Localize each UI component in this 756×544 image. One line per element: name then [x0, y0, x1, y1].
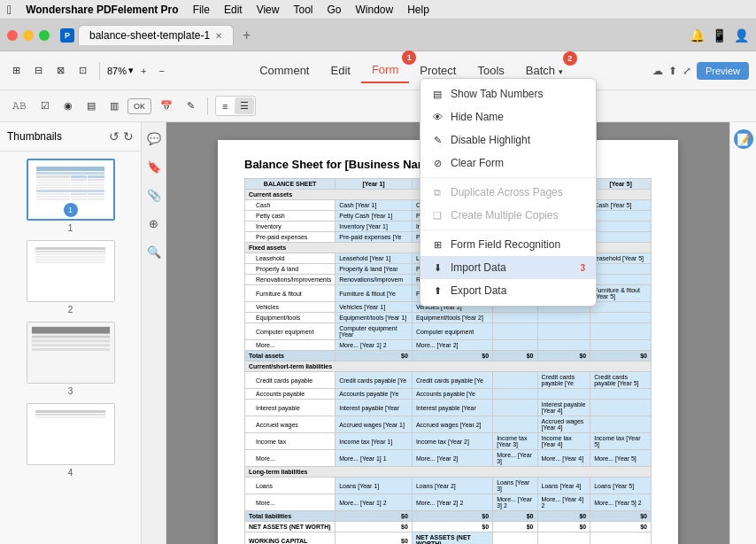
clear-form-label: Clear Form: [451, 157, 504, 169]
menu-disable-highlight[interactable]: ✎ Disable Highlight: [420, 128, 596, 152]
menu-go[interactable]: Go: [327, 4, 341, 16]
sidebar-controls: ↺ ↻: [109, 129, 134, 144]
create-copies-label: Create Multiple Copies: [451, 209, 558, 221]
close-button[interactable]: [7, 30, 18, 41]
notification-icon[interactable]: 🔔: [690, 28, 705, 43]
form-tool-dropdown[interactable]: ▥: [104, 97, 124, 114]
menu-export-data[interactable]: ⬆ Export Data: [420, 279, 596, 302]
new-tab-button[interactable]: +: [237, 26, 256, 45]
zoom-area: 87% ▾ + −: [107, 62, 170, 80]
section-long-term: Long-term liabilities: [245, 467, 652, 478]
col-header-1: [Year 1]: [336, 179, 413, 190]
traffic-lights: [7, 30, 50, 41]
nav-edit[interactable]: Edit: [320, 58, 360, 82]
maximize-button[interactable]: [39, 30, 50, 41]
right-panel-icon[interactable]: 📝: [734, 129, 753, 149]
menu-tool[interactable]: Tool: [293, 4, 312, 16]
total-assets-label: Total assets: [245, 351, 336, 361]
copy-multi-icon: ❑: [431, 209, 444, 221]
working-capital-row: WORKING CAPITAL $0 NET ASSETS (NET WORTH…: [245, 532, 652, 545]
total-liabilities-label: Total liabilities: [245, 511, 336, 522]
zoom-in-btn[interactable]: +: [135, 62, 151, 80]
menu-hide-name[interactable]: 👁 Hide Name: [420, 105, 596, 128]
nav-comment[interactable]: Comment: [249, 58, 320, 82]
thumbnail-page-4[interactable]: 4: [7, 403, 134, 478]
menu-show-tab-numbers[interactable]: ▤ Show Tab Numbers: [420, 82, 596, 105]
toolbar-layout-btn[interactable]: ⊟: [29, 61, 48, 80]
document-tab[interactable]: balance-sheet-template-1 ✕: [78, 25, 234, 45]
form-tool-radio[interactable]: ◉: [58, 97, 78, 114]
share-icon[interactable]: ⬆: [668, 65, 677, 77]
form-tool-list[interactable]: ▤: [81, 97, 101, 114]
thumbnail-page-1[interactable]: 1 1: [7, 159, 134, 233]
toolbar-grid-btn[interactable]: ⊞: [7, 61, 26, 80]
menu-file[interactable]: File: [193, 4, 210, 16]
minimize-button[interactable]: [23, 30, 34, 41]
menu-clear-form[interactable]: ⊘ Clear Form: [420, 152, 596, 175]
toolbar-cols-btn[interactable]: ⊡: [73, 61, 92, 80]
zoom-level: 87%: [107, 66, 127, 76]
recognition-icon: ⊞: [431, 238, 444, 251]
tab-close-icon[interactable]: ✕: [215, 31, 222, 41]
form-tool-date[interactable]: 📅: [155, 97, 178, 114]
form-tool-group: ≡ ☰: [215, 96, 256, 116]
expand-icon[interactable]: ⤢: [683, 65, 691, 77]
menu-view[interactable]: View: [257, 4, 280, 16]
menu-recognition[interactable]: ⊞ Form Field Recognition: [420, 233, 596, 256]
zoom-dropdown-icon[interactable]: ▾: [128, 65, 134, 76]
col-header-5: [Year 5]: [590, 179, 652, 190]
hide-name-icon: 👁: [431, 111, 444, 123]
working-capital-label: WORKING CAPITAL: [245, 532, 336, 545]
table-row: Loans Loans [Year 1] Loans [Year 2] Loan…: [245, 478, 652, 494]
menu-duplicate: ⧉ Duplicate Across Pages: [420, 181, 596, 204]
apple-menu[interactable]: : [7, 3, 12, 17]
sr-comment-icon[interactable]: 💬: [145, 129, 163, 147]
form-tool-sign[interactable]: ✎: [181, 97, 200, 114]
total-assets-row: Total assets $0 $0 $0 $0 $0: [245, 351, 652, 361]
thumb-image-3: [27, 322, 115, 384]
toolbar-view-btn[interactable]: ⊠: [51, 61, 70, 80]
sr-search-icon[interactable]: 🔍: [145, 243, 163, 260]
menu-window[interactable]: Window: [355, 4, 393, 16]
content-area: Thumbnails ↺ ↻: [0, 122, 756, 544]
form-tool-ok[interactable]: OK: [127, 98, 151, 114]
thumbnail-page-3[interactable]: 3: [7, 322, 134, 396]
toolbar-separator: [99, 62, 100, 80]
thumbnails-panel: Thumbnails ↺ ↻: [0, 122, 142, 544]
sr-stamp-icon[interactable]: ⊕: [145, 214, 163, 232]
sr-bookmark-icon[interactable]: 🔖: [145, 158, 163, 175]
thumb-image-2: [27, 240, 115, 302]
form-align-btn[interactable]: ≡: [217, 98, 233, 114]
form-menu-btn[interactable]: ☰: [235, 97, 254, 114]
main-toolbar: ⊞ ⊟ ⊠ ⊡ 87% ▾ + − Comment Edit Form 1 Pr…: [0, 51, 756, 90]
sidebar-prev-btn[interactable]: ↺: [109, 129, 120, 144]
section-liabilities: Current/short-term liabilities: [245, 361, 652, 372]
app-name: Wondershare PDFelement Pro: [26, 4, 179, 16]
menu-edit[interactable]: Edit: [224, 4, 243, 16]
menu-help[interactable]: Help: [407, 4, 429, 16]
nav-form[interactable]: Form 1: [361, 58, 409, 83]
dropdown-menu: ▤ Show Tab Numbers 👁 Hide Name ✎ Disable…: [420, 78, 597, 307]
thumbnail-page-2[interactable]: 2: [7, 240, 134, 315]
table-row: Equipment/tools Equipment/tools [Year 1]…: [245, 313, 652, 323]
page-1-badge: 1: [64, 203, 78, 217]
recognition-label: Form Field Recognition: [451, 238, 560, 251]
page-1-number: 1: [68, 223, 73, 233]
form-tool-text[interactable]: 𝙰𝙱: [7, 97, 32, 114]
zoom-out-btn[interactable]: −: [153, 62, 169, 80]
sr-attach-icon[interactable]: 📎: [145, 186, 163, 204]
mobile-icon[interactable]: 📱: [712, 28, 727, 43]
table-row: Computer equipment Computer equipment [Y…: [245, 323, 652, 340]
account-icon[interactable]: 👤: [734, 28, 749, 43]
page-4-number: 4: [68, 468, 73, 478]
menu-separator-2: [420, 229, 596, 230]
form-tool-checkbox[interactable]: ☑: [35, 97, 55, 114]
tabbar: P balance-sheet-template-1 ✕ + 🔔 📱 👤: [0, 19, 756, 51]
sidebar-next-btn[interactable]: ↻: [123, 129, 134, 144]
menubar:  Wondershare PDFelement Pro File Edit V…: [0, 0, 756, 19]
menu-import-data[interactable]: ⬇ Import Data 3: [420, 256, 596, 279]
preview-button[interactable]: Preview: [697, 62, 749, 80]
net-assets-row: NET ASSETS (NET WORTH) $0 $0 $0 $0 $0: [245, 522, 652, 532]
col-header-0: BALANCE SHEET: [245, 179, 336, 190]
cloud-upload-icon[interactable]: ☁: [652, 65, 663, 77]
